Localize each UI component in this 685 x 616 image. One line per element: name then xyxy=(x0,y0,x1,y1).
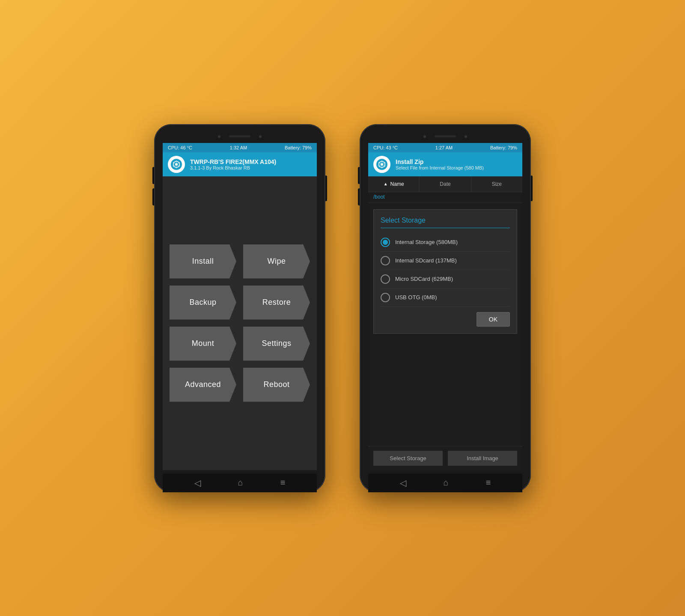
app-title-1: TWRP-RB'S FIRE2(MMX A104) xyxy=(190,158,276,165)
twrp-logo-svg-1 xyxy=(170,158,182,170)
col-date[interactable]: Date xyxy=(420,176,471,192)
cpu-temp-2: CPU: 43 °C xyxy=(373,145,398,150)
radio-inner-0 xyxy=(383,240,388,245)
phone-1: CPU: 46 °C 1:32 AM Battery: 79% TWRP-RB'… xyxy=(154,124,325,492)
storage-option-0[interactable]: Internal Storage (580MB) xyxy=(381,233,510,252)
phone-notch xyxy=(154,132,325,141)
app-subtitle-1: 3.1.1-3 By Rock Bhaskar RB xyxy=(190,165,276,170)
phone-2: CPU: 43 °C 1:27 AM Battery: 79% Install … xyxy=(360,124,531,492)
time-2: 1:27 AM xyxy=(435,145,453,150)
home-nav-2[interactable]: ⌂ xyxy=(444,478,449,488)
install-button[interactable]: Install xyxy=(170,244,236,279)
svg-point-1 xyxy=(175,163,178,166)
select-storage-button[interactable]: Select Storage xyxy=(373,451,443,466)
back-nav-1[interactable]: ◁ xyxy=(194,478,201,488)
backup-button[interactable]: Backup xyxy=(170,286,236,320)
file-browser-bar: ▲ Name Date Size xyxy=(368,176,522,192)
camera-dot xyxy=(218,135,220,138)
twrp-logo-1 xyxy=(168,156,185,173)
sensor-dot-2 xyxy=(465,135,467,138)
restore-button[interactable]: Restore xyxy=(243,286,310,320)
main-screen-1: Install Wipe Backup Restore Mount Settin… xyxy=(163,176,317,470)
storage-label-0: Internal Storage (580MB) xyxy=(395,239,458,245)
path-bar: /boot xyxy=(368,192,522,202)
menu-nav-1[interactable]: ≡ xyxy=(280,478,286,488)
sensor-dot xyxy=(259,135,262,138)
battery-1: Battery: 79% xyxy=(285,145,312,150)
cpu-temp-1: CPU: 46 °C xyxy=(168,145,192,150)
vol-down-button-2 xyxy=(358,188,360,205)
storage-option-1[interactable]: Internal SDcard (137MB) xyxy=(381,252,510,270)
twrp-logo-svg-2 xyxy=(376,158,388,170)
radio-circle-3 xyxy=(381,293,390,302)
col-size-label: Size xyxy=(492,181,502,187)
status-bar-1: CPU: 46 °C 1:32 AM Battery: 79% xyxy=(163,143,317,152)
menu-nav-2[interactable]: ≡ xyxy=(486,478,491,488)
vol-down-button xyxy=(152,188,154,205)
title-bar-text-1: TWRP-RB'S FIRE2(MMX A104) 3.1.1-3 By Roc… xyxy=(190,158,276,170)
button-grid-1: Install Wipe Backup Restore Mount Settin… xyxy=(170,244,310,402)
radio-circle-0 xyxy=(381,238,390,247)
col-name[interactable]: ▲ Name xyxy=(368,176,420,192)
title-bar-2: Install Zip Select File from Internal St… xyxy=(368,152,522,176)
title-bar-text-2: Install Zip Select File from Internal St… xyxy=(396,158,484,170)
home-nav-1[interactable]: ⌂ xyxy=(238,478,243,488)
wipe-button[interactable]: Wipe xyxy=(243,244,310,279)
svg-point-3 xyxy=(381,163,383,166)
phone-nav-1: ◁ ⌂ ≡ xyxy=(163,473,317,492)
settings-button[interactable]: Settings xyxy=(243,327,310,361)
phone-2-screen: CPU: 43 °C 1:27 AM Battery: 79% Install … xyxy=(368,143,522,470)
storage-label-1: Internal SDcard (137MB) xyxy=(395,257,457,264)
storage-label-2: Micro SDCard (629MB) xyxy=(395,276,453,282)
title-bar-1: TWRP-RB'S FIRE2(MMX A104) 3.1.1-3 By Roc… xyxy=(163,152,317,176)
install-image-button[interactable]: Install Image xyxy=(448,451,517,466)
vol-up-button xyxy=(152,167,154,184)
reboot-button[interactable]: Reboot xyxy=(243,368,310,402)
status-bar-2: CPU: 43 °C 1:27 AM Battery: 79% xyxy=(368,143,522,152)
twrp-logo-2 xyxy=(373,156,390,173)
speaker-grill xyxy=(229,135,250,137)
camera-dot-2 xyxy=(423,135,426,138)
storage-option-2[interactable]: Micro SDCard (629MB) xyxy=(381,270,510,289)
bottom-action-bar: Select Storage Install Image xyxy=(368,446,522,470)
app-title-2: Install Zip xyxy=(396,158,484,165)
time-1: 1:32 AM xyxy=(230,145,247,150)
phone-notch-2 xyxy=(360,132,531,141)
dialog-ok-row: OK xyxy=(381,312,510,327)
power-button xyxy=(325,176,327,201)
col-size[interactable]: Size xyxy=(471,176,522,192)
ok-button[interactable]: OK xyxy=(477,312,510,327)
dialog-title: Select Storage xyxy=(381,217,510,228)
advanced-button[interactable]: Advanced xyxy=(170,368,236,402)
phone-nav-2: ◁ ⌂ ≡ xyxy=(368,473,522,492)
sort-arrow-icon: ▲ xyxy=(384,182,388,186)
power-button-2 xyxy=(531,176,533,201)
back-nav-2[interactable]: ◁ xyxy=(400,478,406,488)
app-subtitle-2: Select File from Internal Storage (580 M… xyxy=(396,165,484,170)
select-storage-dialog: Select Storage Internal Storage (580MB) … xyxy=(373,209,517,334)
radio-circle-1 xyxy=(381,256,390,265)
col-date-label: Date xyxy=(440,181,450,187)
radio-circle-2 xyxy=(381,274,390,284)
current-path: /boot xyxy=(373,194,385,200)
phone-1-screen: CPU: 46 °C 1:32 AM Battery: 79% TWRP-RB'… xyxy=(163,143,317,470)
storage-option-3[interactable]: USB OTG (0MB) xyxy=(381,289,510,307)
mount-button[interactable]: Mount xyxy=(170,327,236,361)
col-name-label: Name xyxy=(390,181,404,187)
storage-label-3: USB OTG (0MB) xyxy=(395,294,437,301)
speaker-grill-2 xyxy=(435,135,456,137)
battery-2: Battery: 79% xyxy=(490,145,517,150)
vol-up-button-2 xyxy=(358,167,360,184)
dialog-area: Select Storage Internal Storage (580MB) … xyxy=(368,202,522,446)
